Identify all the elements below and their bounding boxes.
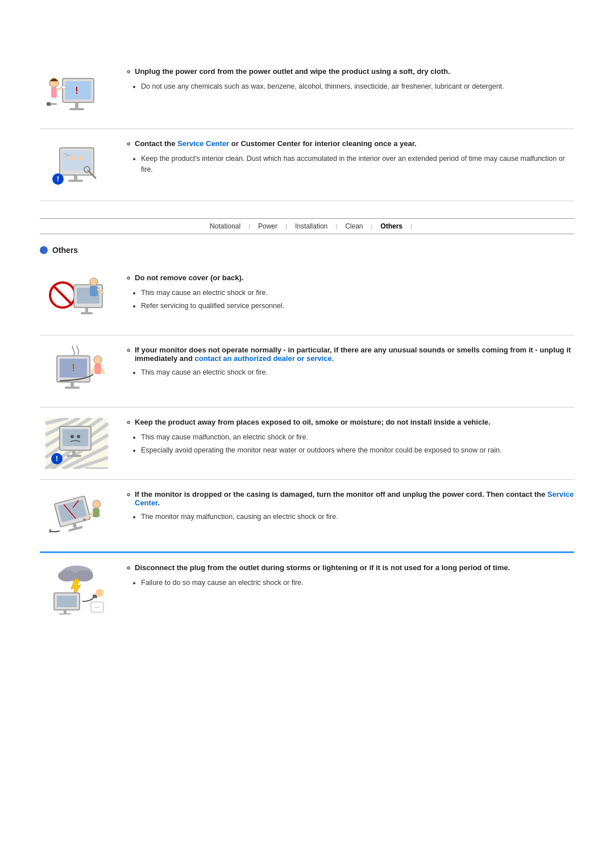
others-item-5-heading-text: Disconnect the plug from the outlet duri… [135, 563, 510, 572]
svg-rect-54 [72, 450, 76, 455]
svg-rect-75 [57, 596, 77, 607]
others-image-4 [40, 490, 114, 541]
others-item-1-heading: ⚬ Do not remove cover (or back). [125, 273, 574, 283]
others-item-5-b1: Failure to do so may cause an electric s… [141, 578, 574, 588]
others-item-3-heading: ⚬ Keep the product away from places expo… [125, 418, 574, 427]
others-section-heading: Others [40, 246, 574, 255]
others-item-4: ⚬ If the monitor is dropped or the casin… [40, 480, 574, 553]
others-item-5-content: ⚬ Disconnect the plug from the outlet du… [125, 563, 574, 591]
svg-rect-77 [59, 613, 71, 614]
others-item-1-content: ⚬ Do not remove cover (or back). This ma… [125, 273, 574, 314]
others-item-2-heading: ⚬ If your monitor does not operate norma… [125, 346, 574, 363]
service-center-link-1[interactable]: Service Center [177, 139, 229, 148]
others-item-4-list: The monitor may malfunction, causing an … [125, 512, 574, 522]
svg-rect-3 [69, 108, 84, 110]
others-bullet-3: ⚬ [125, 418, 132, 427]
others-item-5-heading: ⚬ Disconnect the plug from the outlet du… [125, 563, 574, 573]
others-bullet-4: ⚬ [125, 491, 132, 500]
page-wrapper: ! ⚬ Unplug the power cord f [28, 0, 586, 636]
svg-point-16 [78, 156, 82, 160]
svg-text:!: ! [57, 175, 59, 183]
svg-rect-35 [70, 382, 74, 387]
tab-others[interactable]: Others [372, 222, 410, 230]
heading-bullet-1: ⚬ [125, 68, 132, 77]
svg-rect-2 [75, 102, 78, 108]
others-item-5: ··· ⚬ Disconnect the plug from the outle… [40, 553, 574, 625]
svg-rect-36 [65, 387, 80, 389]
others-bullet-2: ⚬ [125, 346, 132, 355]
svg-rect-14 [68, 180, 83, 182]
clean-image-1: ! [40, 67, 114, 118]
clean-item-2-list: Keep the product's interior clean. Dust … [125, 153, 574, 175]
others-image-5: ··· [40, 563, 114, 614]
others-item-3-b2: Especially avoid operating the monitor n… [141, 445, 574, 456]
others-item-3: ! ⚬ Keep the product away from places ex… [40, 408, 574, 480]
others-item-3-heading-text: Keep the product away from places expose… [135, 418, 491, 426]
others-item-1-b1: This may cause an electric shock or fire… [141, 288, 574, 298]
clean-item-1-heading-text: Unplug the power cord from the power out… [135, 67, 450, 76]
svg-rect-64 [72, 523, 77, 528]
navigation-tabs: Notational | Power | Installation | Clea… [40, 218, 574, 234]
svg-point-15 [70, 156, 74, 160]
svg-rect-53 [63, 429, 88, 446]
svg-point-38 [94, 356, 102, 364]
others-image-1 [40, 273, 114, 325]
clean-item-2-content: ⚬ Contact the Service Center or Customer… [125, 139, 574, 177]
svg-text:!: ! [75, 86, 78, 95]
svg-rect-32 [81, 312, 93, 314]
others-section: ⚬ Do not remove cover (or back). This ma… [40, 263, 574, 625]
heading-bullet-2: ⚬ [125, 140, 132, 149]
svg-rect-39 [94, 364, 101, 374]
svg-point-59 [77, 435, 80, 438]
tab-power[interactable]: Power [250, 222, 285, 230]
svg-point-71 [58, 570, 76, 582]
others-item-3-content: ⚬ Keep the product away from places expo… [125, 418, 574, 458]
others-item-2-b1: This may cause an electric shock or fire… [141, 367, 574, 378]
others-item-4-content: ⚬ If the monitor is dropped or the casin… [125, 490, 574, 525]
clean-item-1-list: Do not use any chemicals such as wax, be… [125, 81, 574, 92]
others-item-5-list: Failure to do so may cause an electric s… [125, 578, 574, 588]
nav-sep-5: | [410, 223, 412, 230]
clean-item-2-heading-text: Contact the Service Center or Customer C… [135, 139, 417, 148]
svg-rect-55 [67, 455, 81, 457]
others-item-1: ⚬ Do not remove cover (or back). This ma… [40, 263, 574, 335]
svg-rect-10 [47, 102, 51, 106]
svg-rect-13 [74, 175, 77, 180]
svg-text:···: ··· [95, 604, 99, 610]
svg-point-66 [93, 500, 101, 508]
svg-point-28 [90, 278, 98, 286]
others-item-1-heading-text: Do not remove cover (or back). [135, 273, 243, 282]
tab-clean[interactable]: Clean [337, 222, 371, 230]
others-image-2: ! [40, 346, 114, 397]
others-item-1-b2: Refer servicing to qualified service per… [141, 301, 574, 312]
svg-rect-8 [61, 86, 66, 89]
svg-rect-76 [64, 610, 67, 613]
service-center-link-2[interactable]: Service Center [135, 490, 574, 507]
svg-text:!: ! [56, 454, 58, 463]
others-item-3-b1: This may cause malfunction, an electric … [141, 432, 574, 443]
clean-item-1-content: ⚬ Unplug the power cord from the power o… [125, 67, 574, 94]
clean-item-2: ! ⚬ Contact the Service Center or Custom… [40, 129, 574, 201]
others-bullet-5: ⚬ [125, 564, 132, 573]
svg-rect-31 [85, 308, 88, 312]
clean-item-2-bullet-1: Keep the product's interior clean. Dust … [141, 153, 574, 175]
others-item-4-heading-text: If the monitor is dropped or the casing … [135, 490, 574, 507]
svg-rect-12 [63, 151, 91, 171]
svg-rect-67 [93, 508, 99, 517]
svg-line-41 [101, 368, 105, 374]
clean-item-1-heading: ⚬ Unplug the power cord from the power o… [125, 67, 574, 77]
others-item-2-heading-text: If your monitor does not operate normall… [135, 346, 574, 363]
others-item-2-list: This may cause an electric shock or fire… [125, 367, 574, 378]
clean-section: ! ⚬ Unplug the power cord f [40, 11, 574, 201]
svg-line-40 [90, 368, 94, 373]
others-item-1-list: This may cause an electric shock or fire… [125, 288, 574, 312]
others-item-4-b1: The monitor may malfunction, causing an … [141, 512, 574, 522]
authorized-dealer-link[interactable]: contact an authorized dealer or service. [194, 354, 334, 363]
svg-line-25 [53, 285, 72, 305]
others-image-3: ! [40, 418, 114, 469]
others-title: Others [52, 246, 78, 255]
tab-notational[interactable]: Notational [202, 222, 248, 230]
tab-installation[interactable]: Installation [287, 222, 335, 230]
clean-image-2: ! [40, 139, 114, 190]
clean-item-1-bullet-1: Do not use any chemicals such as wax, be… [141, 81, 574, 92]
